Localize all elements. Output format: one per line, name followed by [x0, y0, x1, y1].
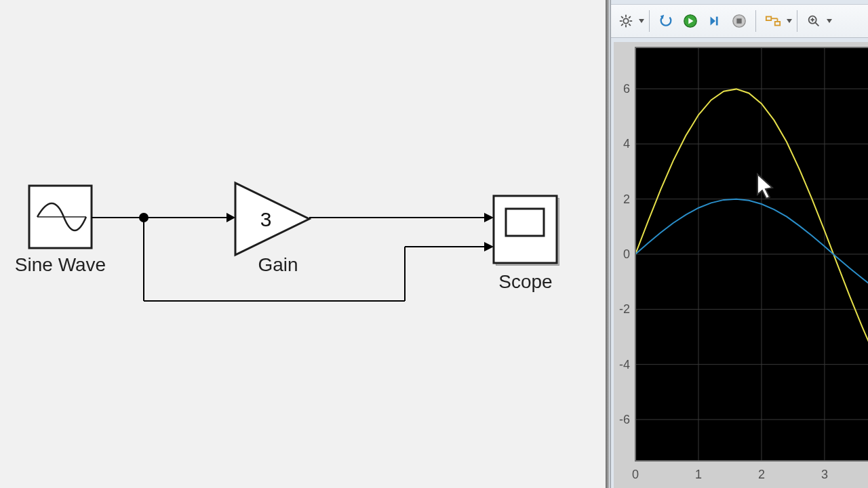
svg-rect-33	[775, 22, 780, 26]
model-canvas[interactable]: Sine Wave 3 Gain Scope	[0, 0, 606, 488]
chevron-down-icon	[827, 18, 832, 24]
svg-point-15	[623, 18, 628, 23]
toolbar-separator	[755, 10, 756, 32]
highlight-icon	[765, 14, 781, 28]
svg-marker-9	[484, 213, 494, 222]
ytick-label: 6	[623, 82, 630, 96]
ytick-label: 0	[623, 247, 630, 261]
highlight-dropdown[interactable]	[786, 18, 793, 24]
svg-line-20	[621, 16, 623, 18]
zoom-button[interactable]	[802, 7, 826, 35]
sinewave-label: Sine Wave	[15, 254, 106, 275]
stop-icon	[732, 14, 747, 28]
gain-block[interactable]: 3	[235, 183, 309, 255]
scope-plot-area[interactable]: 6420-2-4-6 0123	[614, 42, 868, 488]
settings-dropdown[interactable]	[638, 18, 645, 24]
svg-marker-28	[711, 17, 715, 26]
splitter-bar[interactable]	[606, 0, 610, 488]
gain-value: 3	[260, 208, 272, 230]
chevron-down-icon	[787, 18, 792, 24]
svg-line-22	[629, 16, 631, 18]
svg-rect-32	[766, 17, 771, 21]
step-icon	[707, 14, 722, 28]
play-icon	[683, 14, 698, 28]
signal-line-sine-to-gain[interactable]	[92, 213, 235, 222]
xtick-label: 3	[821, 468, 828, 481]
ytick-label: -4	[619, 358, 630, 371]
toolbar-separator	[797, 10, 797, 32]
ytick-label: 4	[623, 137, 630, 150]
scope-toolbar	[611, 4, 868, 38]
gain-label: Gain	[258, 254, 298, 275]
xtick-label: 2	[758, 468, 765, 481]
xtick-label: 1	[695, 468, 702, 481]
svg-rect-4	[494, 196, 557, 263]
sinewave-block[interactable]	[29, 186, 92, 248]
zoom-dropdown[interactable]	[826, 18, 833, 24]
ytick-label: 2	[623, 192, 630, 206]
highlight-button[interactable]	[760, 7, 786, 35]
svg-line-23	[621, 24, 623, 26]
signal-line-branch-to-scope[interactable]	[144, 218, 494, 301]
chevron-down-icon	[639, 18, 644, 24]
svg-marker-24	[639, 19, 644, 23]
zoom-icon	[806, 14, 821, 28]
ytick-label: -2	[619, 302, 630, 316]
ytick-label: -6	[619, 413, 630, 426]
step-button[interactable]	[703, 7, 727, 35]
settings-button[interactable]	[614, 7, 638, 35]
svg-line-38	[815, 22, 819, 26]
scope-window: 6420-2-4-6 0123	[610, 0, 868, 488]
svg-marker-14	[484, 242, 494, 251]
svg-marker-2	[235, 183, 309, 255]
gear-icon	[618, 14, 633, 28]
svg-marker-36	[787, 19, 792, 23]
xtick-label: 0	[632, 468, 639, 481]
undo-button[interactable]	[654, 7, 678, 35]
toolbar-separator	[649, 10, 650, 32]
undo-icon	[658, 14, 673, 28]
run-button[interactable]	[678, 7, 703, 35]
svg-marker-41	[827, 19, 832, 23]
stop-button[interactable]	[727, 7, 751, 35]
scope-label: Scope	[498, 271, 552, 292]
svg-rect-31	[736, 18, 741, 23]
svg-line-21	[629, 24, 631, 26]
scope-block[interactable]	[494, 196, 559, 266]
svg-marker-7	[226, 213, 235, 222]
svg-rect-29	[716, 17, 718, 26]
signal-line-gain-to-scope[interactable]	[309, 213, 494, 222]
